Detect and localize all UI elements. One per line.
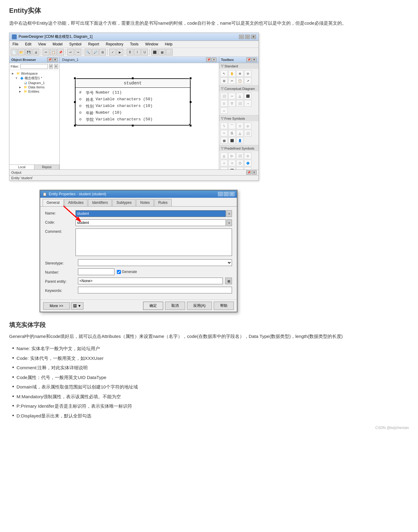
tool-t4[interactable]: → [244, 100, 251, 107]
ep-comment-textarea[interactable] [76, 229, 232, 256]
toolbar-check[interactable]: ✓ [109, 49, 116, 55]
ep-more-btn[interactable]: More >> [43, 302, 70, 310]
entity-container[interactable]: student # 学号 Number (11) o 姓名 Variable c… [75, 78, 191, 126]
toolbar-zoomin[interactable]: 🔍 [85, 49, 91, 55]
toolbar-b1[interactable]: B [127, 49, 133, 55]
menu-tools[interactable]: Tools [129, 41, 140, 47]
handle-tl[interactable] [74, 77, 76, 79]
ep-code-input[interactable] [76, 219, 226, 226]
ep-tab-subtypes[interactable]: Subtypes [112, 199, 135, 206]
menu-report[interactable]: Report [87, 41, 100, 47]
menu-model[interactable]: Model [51, 41, 64, 47]
toolbar-g3[interactable]: ⬜ [166, 49, 173, 55]
filter-clear-btn[interactable]: ✕ [54, 64, 58, 69]
ep-maximize-btn[interactable]: □ [224, 192, 229, 196]
pd-restore-btn[interactable]: □ [245, 35, 250, 39]
tool-diamond[interactable]: ◇ [244, 122, 251, 129]
pd-close-btn[interactable]: ✕ [251, 35, 256, 39]
diagram-pin-btn[interactable]: 📌 [206, 58, 211, 62]
tool-ps11[interactable]: □ [236, 167, 244, 169]
ob-model[interactable]: ▼ 🔷 概念模型1 * [11, 76, 58, 81]
toolbar-g2[interactable]: ▦ [159, 49, 165, 55]
menu-window[interactable]: Window [144, 41, 160, 47]
toolbox-close-btn[interactable]: ✕ [252, 58, 257, 62]
tool-tri[interactable]: △ [236, 130, 244, 137]
tool-hand[interactable]: ✋ [228, 70, 236, 77]
toolbox-section-predefined-header[interactable]: ▽ Predefined Symbols [219, 145, 258, 151]
toolbar-print[interactable]: 🖨 [33, 49, 39, 55]
ep-confirm-btn[interactable]: 确定 [143, 302, 163, 310]
handle-tr[interactable] [190, 77, 191, 79]
ob-tab-local[interactable]: Local [9, 165, 34, 169]
handle-bm[interactable] [132, 125, 134, 126]
menu-file[interactable]: File [11, 41, 19, 47]
ep-close-btn[interactable]: ✕ [230, 192, 234, 196]
tool-ps9[interactable]: ▦ [220, 167, 228, 169]
tool-sq[interactable]: ⬜ [244, 130, 251, 137]
ep-help-btn[interactable]: 帮助 [214, 302, 234, 310]
toolbar-b2[interactable]: I [134, 49, 141, 55]
handle-ml[interactable] [74, 101, 76, 103]
menu-view[interactable]: View [37, 41, 47, 47]
tool-inh[interactable]: △ [236, 93, 244, 99]
ep-parent-input[interactable] [78, 278, 223, 284]
toolbar-redo[interactable]: ↪ [75, 49, 81, 55]
menu-edit[interactable]: Edit [24, 41, 33, 47]
toolbox-section-standard-header[interactable]: ▽ Standard [219, 63, 258, 69]
tool-ps3[interactable]: ⬜ [236, 152, 244, 159]
ob-tab-reposi[interactable]: Reposi [34, 165, 59, 169]
tool-ps1[interactable]: △ [220, 152, 228, 159]
handle-br[interactable] [190, 125, 191, 126]
tool-zoom-out[interactable]: ⊖ [244, 70, 251, 77]
output-close-btn[interactable]: ✕ [252, 170, 257, 175]
tool-ps4[interactable]: ◇ [244, 152, 251, 159]
ob-dataitems[interactable]: ▶ 📁 Data Items [11, 85, 58, 89]
menu-help[interactable]: Help [164, 41, 174, 47]
pd-titlebar-controls[interactable]: ─ □ ✕ [239, 35, 256, 39]
ob-diagram[interactable]: 📊 Diagram_1 [11, 81, 58, 85]
ob-pin-btn[interactable]: 📌 [47, 58, 52, 62]
tool-ps12[interactable]: □ [244, 167, 251, 169]
tool-t1[interactable]: □ [220, 100, 228, 107]
toolbar-run[interactable]: ▶ [117, 49, 123, 55]
tool-entity[interactable]: ⬜ [220, 93, 228, 99]
tool-link[interactable]: ↗ [244, 77, 251, 84]
ep-name-input[interactable] [76, 210, 226, 217]
tool-zoom-fit[interactable]: ⊞ [220, 77, 228, 84]
tool-ps8[interactable]: 🔷 [244, 160, 251, 166]
ep-tab-general[interactable]: General [43, 199, 64, 206]
toolbar-g1[interactable]: ⬛ [151, 49, 158, 55]
ep-cancel-btn[interactable]: 取消 [165, 302, 185, 310]
toolbar-open[interactable]: 📂 [18, 49, 25, 55]
ep-code-btn[interactable]: ≡ [227, 219, 232, 226]
menu-symbol[interactable]: Symbol [68, 41, 83, 47]
tool-line[interactable]: \ [220, 122, 228, 129]
tool-rel[interactable]: ─ [228, 93, 236, 99]
tool-t5[interactable]: ↔ [220, 107, 228, 114]
pd-minimize-btn[interactable]: ─ [239, 35, 244, 39]
tool-fs2[interactable]: ⬛ [228, 137, 236, 144]
toolbar-cut[interactable]: ✂ [43, 49, 49, 55]
toolbar-fit[interactable]: ⊞ [99, 49, 106, 55]
output-pin-btn[interactable]: 📌 [246, 170, 251, 175]
ob-workspace[interactable]: ▶ 📁 Workspace [11, 71, 58, 76]
toolbox-section-free-header[interactable]: ▽ Free Symbols [219, 115, 258, 121]
ep-icon-btn[interactable]: 🖼 ▼ [71, 302, 83, 310]
tool-ps5[interactable]: ○ [220, 160, 228, 166]
tool-ps2[interactable]: ▷ [228, 152, 236, 159]
ep-tab-notes[interactable]: Notes [136, 199, 153, 206]
toolbar-copy[interactable]: 📋 [50, 49, 57, 55]
tool-arc[interactable]: ⌒ [228, 122, 236, 129]
filter-refresh-btn[interactable]: ↺ [49, 64, 53, 69]
tool-cut[interactable]: ✂ [228, 77, 236, 84]
tool-fs1[interactable]: ▦ [220, 137, 228, 144]
filter-input[interactable] [20, 64, 48, 69]
ob-close-btn[interactable]: ✕ [53, 58, 58, 62]
tool-pointer[interactable]: ↖ [220, 70, 228, 77]
toolbar-zoomout[interactable]: 🔎 [92, 49, 99, 55]
handle-bl[interactable] [74, 125, 76, 126]
ep-tab-identifiers[interactable]: Identifiers [88, 199, 112, 206]
ep-number-input[interactable] [78, 268, 114, 275]
diagram-close-btn[interactable]: ✕ [212, 58, 216, 62]
tool-wave[interactable]: ~ [220, 130, 228, 137]
